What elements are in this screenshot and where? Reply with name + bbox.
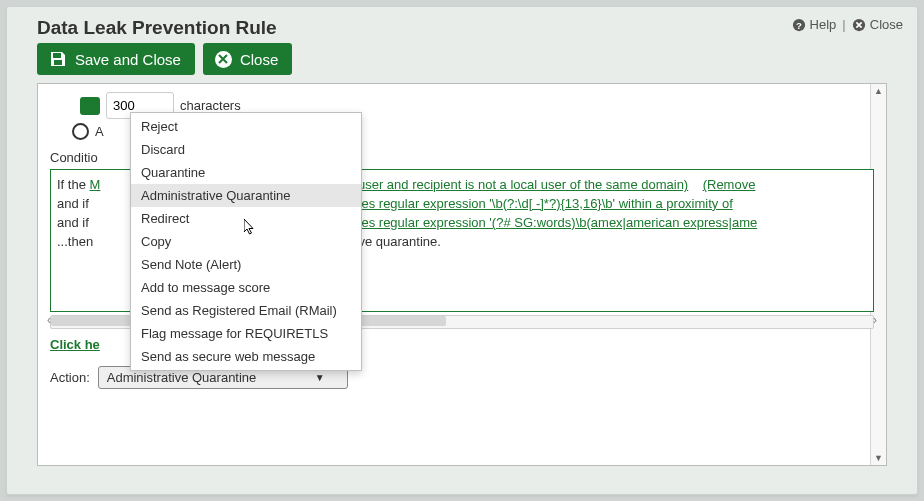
close-button-label: Close [240, 51, 278, 68]
dropdown-item[interactable]: Administrative Quarantine [131, 184, 361, 207]
cond-link-remove[interactable]: (Remove [703, 177, 756, 192]
checkbox-icon[interactable] [80, 97, 100, 115]
cond-text: and if [57, 196, 89, 211]
dropdown-item[interactable]: Add to message score [131, 276, 361, 299]
add-condition-link-left[interactable]: Click he [50, 337, 100, 352]
separator: | [842, 17, 845, 32]
action-dropdown-menu[interactable]: RejectDiscardQuarantineAdministrative Qu… [130, 112, 362, 371]
dropdown-item[interactable]: Discard [131, 138, 361, 161]
dropdown-item[interactable]: Send Note (Alert) [131, 253, 361, 276]
dropdown-item[interactable]: Send as secure web message [131, 345, 361, 368]
cond-text: and if [57, 215, 89, 230]
cond-link-regex-2[interactable]: matches regular expression '(?# SG:words… [326, 215, 757, 230]
save-and-close-label: Save and Close [75, 51, 181, 68]
dropdown-item[interactable]: Send as Registered Email (RMail) [131, 299, 361, 322]
close-button[interactable]: Close [203, 43, 292, 75]
help-icon: ? [792, 18, 806, 32]
title-actions: ? Help | Close [792, 17, 903, 32]
dropdown-item[interactable]: Reject [131, 115, 361, 138]
dropdown-item[interactable]: Flag message for REQUIRETLS [131, 322, 361, 345]
help-label: Help [810, 17, 837, 32]
save-and-close-button[interactable]: Save and Close [37, 43, 195, 75]
cond-text: ...then [57, 234, 93, 249]
close-link[interactable]: Close [852, 17, 903, 32]
radio-label: A [95, 124, 104, 139]
svg-rect-4 [54, 60, 62, 65]
cond-link-recipient[interactable]: local user and recipient is not a local … [328, 177, 689, 192]
close-label: Close [870, 17, 903, 32]
radio-button[interactable] [72, 123, 89, 140]
proximity-unit-label: characters [180, 98, 241, 113]
dropdown-item[interactable]: Quarantine [131, 161, 361, 184]
cond-text: If the [57, 177, 90, 192]
svg-rect-3 [53, 53, 61, 58]
cond-link-msg[interactable]: M [90, 177, 101, 192]
action-label: Action: [50, 370, 90, 385]
titlebar: Data Leak Prevention Rule ? Help | Close [7, 7, 917, 43]
svg-text:?: ? [796, 19, 802, 30]
dialog-title: Data Leak Prevention Rule [37, 17, 277, 39]
scroll-right-icon[interactable]: › [873, 314, 877, 326]
action-selected-value: Administrative Quarantine [107, 370, 257, 385]
close-icon [852, 18, 866, 32]
chevron-down-icon: ▼ [315, 372, 325, 383]
button-row: Save and Close Close [7, 43, 917, 83]
cond-link-regex-1[interactable]: matches regular expression '\b(?:\d[ -]*… [326, 196, 733, 211]
dropdown-item[interactable]: Redirect [131, 207, 361, 230]
close-button-icon [215, 51, 232, 68]
save-icon [49, 50, 67, 68]
dropdown-item[interactable]: Copy [131, 230, 361, 253]
help-link[interactable]: ? Help [792, 17, 837, 32]
